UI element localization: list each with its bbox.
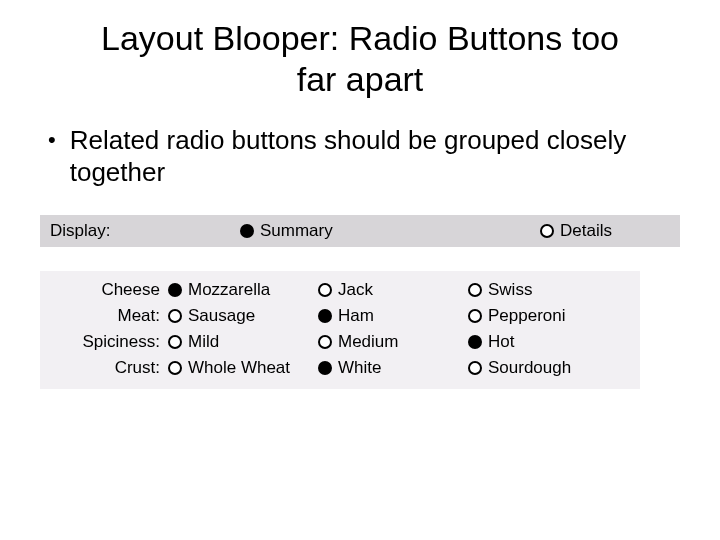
radio-icon — [318, 361, 332, 375]
radio-label: Ham — [338, 306, 374, 326]
radio-option-details[interactable]: Details — [540, 221, 612, 241]
table-row: Crust:Whole WheatWhiteSourdough — [50, 355, 630, 381]
radio-icon — [240, 224, 254, 238]
radio-label: Jack — [338, 280, 373, 300]
radio-icon — [540, 224, 554, 238]
radio-label: Medium — [338, 332, 398, 352]
bullet-text: Related radio buttons should be grouped … — [70, 124, 680, 189]
bullet-item: • Related radio buttons should be groupe… — [48, 124, 680, 189]
radio-option[interactable]: Hot — [468, 332, 618, 352]
title-line-2: far apart — [297, 60, 424, 98]
title-line-1: Layout Blooper: Radio Buttons too — [101, 19, 619, 57]
row-label: Spiciness: — [50, 332, 168, 352]
radio-icon — [468, 283, 482, 297]
radio-option[interactable]: Whole Wheat — [168, 358, 318, 378]
radio-label: Sausage — [188, 306, 255, 326]
radio-icon — [318, 335, 332, 349]
radio-option[interactable]: Sourdough — [468, 358, 618, 378]
display-label: Display: — [50, 221, 240, 241]
radio-option[interactable]: Sausage — [168, 306, 318, 326]
radio-icon — [168, 309, 182, 323]
radio-option[interactable]: Jack — [318, 280, 468, 300]
radio-icon — [318, 283, 332, 297]
radio-label: Pepperoni — [488, 306, 566, 326]
radio-icon — [168, 361, 182, 375]
row-label: Cheese — [50, 280, 168, 300]
radio-icon — [168, 335, 182, 349]
radio-icon — [318, 309, 332, 323]
radio-label: Swiss — [488, 280, 532, 300]
row-label: Meat: — [50, 306, 168, 326]
row-label: Crust: — [50, 358, 168, 378]
radio-icon — [468, 361, 482, 375]
radio-label: Mozzarella — [188, 280, 270, 300]
radio-option[interactable]: Pepperoni — [468, 306, 618, 326]
slide-title: Layout Blooper: Radio Buttons too far ap… — [40, 18, 680, 100]
radio-option[interactable]: White — [318, 358, 468, 378]
radio-label: Details — [560, 221, 612, 241]
radio-option[interactable]: Ham — [318, 306, 468, 326]
options-panel: CheeseMozzarellaJackSwissMeat:SausageHam… — [40, 271, 640, 389]
table-row: CheeseMozzarellaJackSwiss — [50, 277, 630, 303]
radio-label: Mild — [188, 332, 219, 352]
bullet-icon: • — [48, 124, 56, 156]
radio-label: Summary — [260, 221, 333, 241]
display-panel: Display: Summary Details — [40, 215, 680, 247]
radio-option[interactable]: Swiss — [468, 280, 618, 300]
radio-option[interactable]: Medium — [318, 332, 468, 352]
table-row: Meat:SausageHamPepperoni — [50, 303, 630, 329]
radio-option[interactable]: Mild — [168, 332, 318, 352]
radio-label: Hot — [488, 332, 514, 352]
radio-label: White — [338, 358, 381, 378]
radio-icon — [468, 335, 482, 349]
radio-option-summary[interactable]: Summary — [240, 221, 540, 241]
radio-icon — [168, 283, 182, 297]
radio-label: Sourdough — [488, 358, 571, 378]
radio-label: Whole Wheat — [188, 358, 290, 378]
radio-option[interactable]: Mozzarella — [168, 280, 318, 300]
radio-icon — [468, 309, 482, 323]
table-row: Spiciness:MildMediumHot — [50, 329, 630, 355]
